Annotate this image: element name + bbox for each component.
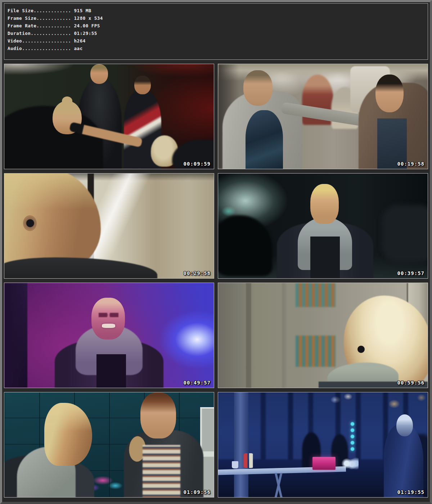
dot-leader: ............ [36,15,71,21]
scene-shape [44,403,93,466]
scene-shape [296,283,336,307]
screenshot-thumbnail-3: 00:29:58 [4,173,214,279]
scene-shape [375,75,404,112]
media-info-panel: File Size.............915 MB Frame Size.… [4,3,428,60]
scene-shape [23,215,37,231]
scene-art [218,283,428,388]
scene-shape [232,461,239,468]
dot-leader: ............. [33,8,71,13]
scene-art [218,392,428,497]
timestamp-overlay: 00:09:59 [184,161,211,167]
screenshot-thumbnail-7: 01:09:56 [4,392,214,498]
info-label: Video [8,38,22,44]
timestamp-overlay: 00:19:58 [397,161,424,167]
info-label: Duration [8,31,31,36]
dot-leader: .............. [31,31,71,36]
led-dots [350,421,355,452]
info-label: Frame Rate [8,23,36,28]
scene-shape [396,414,413,436]
scene-shape [224,473,333,497]
scene-shape [99,313,118,317]
info-label: Frame Size [8,15,36,21]
timestamp-overlay: 00:29:58 [184,270,211,276]
scene-art [218,64,428,169]
info-value: 24.00 FPS [74,23,100,28]
scene-shape [102,324,116,328]
info-label: Audio [8,46,22,51]
screenshot-thumbnail-8: 01:19:55 [218,392,428,498]
media-info-row-framesize: Frame Size............1280 x 534 [8,14,425,22]
scene-shape [218,215,273,276]
scene-shape [382,205,428,262]
screenshot-thumbnail-6: 00:59:56 [218,283,428,388]
scene-shape [296,336,336,367]
screenshot-sheet: File Size.............915 MB Frame Size.… [0,0,432,504]
scene-art [4,64,214,169]
dot-leader: ................. [22,46,71,51]
scene-shape [310,184,339,224]
dot-leader: ................. [22,38,71,44]
media-info-row-duration: Duration..............01:29:55 [8,30,425,37]
scene-shape [4,283,27,388]
screenshot-thumbnail-2: 00:19:58 [218,64,428,169]
dot-leader: ............ [36,23,71,28]
scene-shape [140,392,176,438]
screenshot-grid: 00:09:59 00:19:58 00:29:58 00:39:57 00:4 [4,64,428,498]
scene-shape [4,257,157,278]
scene-shape [355,343,367,356]
scene-shape [96,354,126,388]
media-info-row-video: Video.................h264 [8,37,425,45]
scene-shape [91,298,125,339]
scene-shape [134,76,151,94]
scene-art [218,174,428,278]
scene-shape [246,110,283,169]
timestamp-overlay: 00:39:57 [397,270,424,276]
media-info-row-filesize: File Size.............915 MB [8,7,425,14]
scene-shape [342,457,359,470]
screenshot-thumbnail-4: 00:39:57 [218,173,428,279]
timestamp-overlay: 00:49:57 [184,380,211,386]
scene-shape [310,237,339,278]
timestamp-overlay: 01:09:56 [184,489,211,495]
info-label: File Size [8,8,33,13]
scene-shape [243,70,273,106]
scene-shape [90,64,108,84]
info-value: h264 [74,38,86,44]
scene-shape [242,453,255,468]
scene-art [4,283,214,388]
info-value: aac [74,46,83,51]
scene-art [4,174,214,278]
timestamp-overlay: 01:19:55 [397,489,424,495]
info-value: 915 MB [74,8,91,13]
info-value: 1280 x 534 [74,15,103,21]
screenshot-thumbnail-1: 00:09:59 [4,64,214,169]
scene-shape [312,457,336,470]
timestamp-overlay: 00:59:56 [397,380,424,386]
screenshot-thumbnail-5: 00:49:57 [4,283,214,388]
media-info-row-framerate: Frame Rate............24.00 FPS [8,22,425,30]
scene-art [4,392,214,497]
info-value: 01:29:55 [74,31,97,36]
scene-shape [143,445,180,498]
media-info-row-audio: Audio.................aac [8,45,425,52]
